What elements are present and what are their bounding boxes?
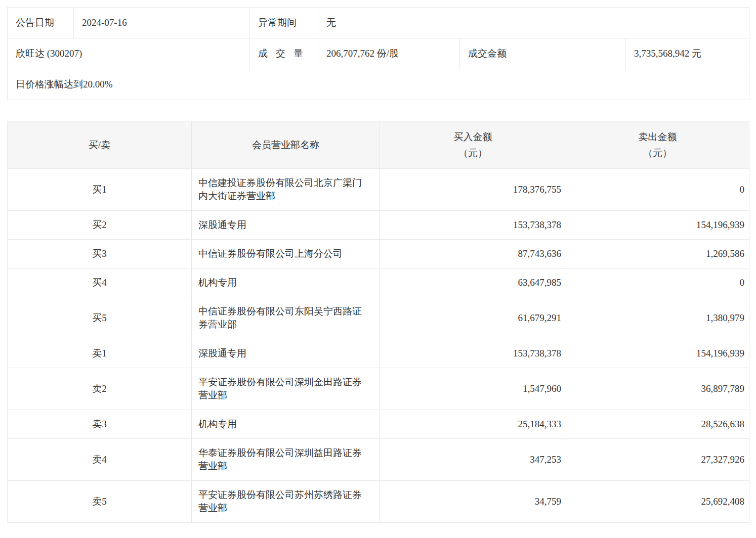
header-buy-line2: （元） [383,145,563,161]
branch-cell: 中信证券股份有限公司上海分公司 [192,240,380,268]
table-row: 买2 深股通专用 153,738,378 154,196,939 [8,211,749,240]
side-cell: 卖3 [8,410,192,439]
table-row: 卖5 平安证券股份有限公司苏州苏绣路证券营业部 34,759 25,692,40… [8,481,749,523]
header-side: 买/卖 [8,121,192,169]
branch-cell: 深股通专用 [192,211,380,240]
table-row: 卖4 华泰证券股份有限公司深圳益田路证券营业部 347,253 27,327,9… [8,439,749,481]
branch-cell: 机构专用 [192,268,380,297]
sell-amount-cell: 1,269,586 [566,240,749,268]
abnormal-period-label: 异常期间 [250,8,318,38]
sell-amount-cell: 154,196,939 [566,339,749,368]
broker-table-header: 买/卖 会员营业部名称 买入金额 （元） 卖出金额 （元） [8,121,749,169]
side-cell: 卖1 [8,339,192,368]
header-sell-line1: 卖出金额 [569,129,746,145]
table-row: 卖2 平安证券股份有限公司深圳金田路证券营业部 1,547,960 36,897… [8,368,749,410]
header-buy-line1: 买入金额 [383,129,563,145]
buy-amount-cell: 25,184,333 [380,410,566,439]
header-buy: 买入金额 （元） [380,121,566,169]
side-cell: 买3 [8,240,192,268]
side-cell: 买1 [8,169,192,211]
announce-date-value: 2024-07-16 [74,8,250,38]
side-cell: 买2 [8,211,192,240]
summary-row-3: 日价格涨幅达到20.00% [8,69,749,100]
announce-date-label: 公告日期 [8,8,74,38]
buy-amount-cell: 153,738,378 [380,211,566,240]
side-cell: 卖4 [8,439,192,481]
turnover-value: 3,735,568,942 元 [626,38,749,69]
volume-label: 成交量 [250,38,318,69]
buy-amount-cell: 347,253 [380,439,566,481]
table-row: 买5 中信证券股份有限公司东阳吴宁西路证券营业部 61,679,291 1,38… [8,297,749,339]
branch-cell: 深股通专用 [192,339,380,368]
branch-cell: 中信证券股份有限公司东阳吴宁西路证券营业部 [192,297,380,339]
buy-amount-cell: 34,759 [380,481,566,523]
side-cell: 买5 [8,297,192,339]
side-cell: 买4 [8,268,192,297]
sell-amount-cell: 36,897,789 [566,368,749,410]
header-sell: 卖出金额 （元） [566,121,749,169]
abnormal-period-value: 无 [318,8,749,38]
buy-amount-cell: 153,738,378 [380,339,566,368]
branch-cell: 平安证券股份有限公司苏州苏绣路证券营业部 [192,481,380,523]
turnover-label: 成交金额 [460,38,626,69]
header-branch: 会员营业部名称 [192,121,380,169]
summary-row-1: 公告日期 2024-07-16 异常期间 无 [8,8,749,38]
buy-amount-cell: 1,547,960 [380,368,566,410]
page: 公告日期 2024-07-16 异常期间 无 欣旺达 (300207) 成交量 … [0,0,756,531]
branch-cell: 华泰证券股份有限公司深圳益田路证券营业部 [192,439,380,481]
branch-cell: 平安证券股份有限公司深圳金田路证券营业部 [192,368,380,410]
header-sell-line2: （元） [569,145,746,161]
volume-value: 206,707,762 份/股 [318,38,460,69]
stock-name: 欣旺达 (300207) [8,38,250,69]
sell-amount-cell: 25,692,408 [566,481,749,523]
sell-amount-cell: 154,196,939 [566,211,749,240]
table-row: 买3 中信证券股份有限公司上海分公司 87,743,636 1,269,586 [8,240,749,268]
side-cell: 卖5 [8,481,192,523]
side-cell: 卖2 [8,368,192,410]
table-row: 买1 中信建投证券股份有限公司北京广渠门内大街证券营业部 178,376,755… [8,169,749,211]
sell-amount-cell: 1,380,979 [566,297,749,339]
sell-amount-cell: 27,327,926 [566,439,749,481]
sell-amount-cell: 0 [566,169,749,211]
buy-amount-cell: 61,679,291 [380,297,566,339]
table-row: 卖3 机构专用 25,184,333 28,526,638 [8,410,749,439]
buy-amount-cell: 63,647,985 [380,268,566,297]
table-row: 买4 机构专用 63,647,985 0 [8,268,749,297]
summary-table: 公告日期 2024-07-16 异常期间 无 欣旺达 (300207) 成交量 … [7,7,749,100]
branch-cell: 机构专用 [192,410,380,439]
table-row: 卖1 深股通专用 153,738,378 154,196,939 [8,339,749,368]
summary-row-2: 欣旺达 (300207) 成交量 206,707,762 份/股 成交金额 3,… [8,38,749,69]
sell-amount-cell: 28,526,638 [566,410,749,439]
price-change-note: 日价格涨幅达到20.00% [8,69,749,100]
buy-amount-cell: 87,743,636 [380,240,566,268]
branch-cell: 中信建投证券股份有限公司北京广渠门内大街证券营业部 [192,169,380,211]
sell-amount-cell: 0 [566,268,749,297]
broker-table: 买/卖 会员营业部名称 买入金额 （元） 卖出金额 （元） 买1 中信建投证券股… [7,121,749,523]
buy-amount-cell: 178,376,755 [380,169,566,211]
